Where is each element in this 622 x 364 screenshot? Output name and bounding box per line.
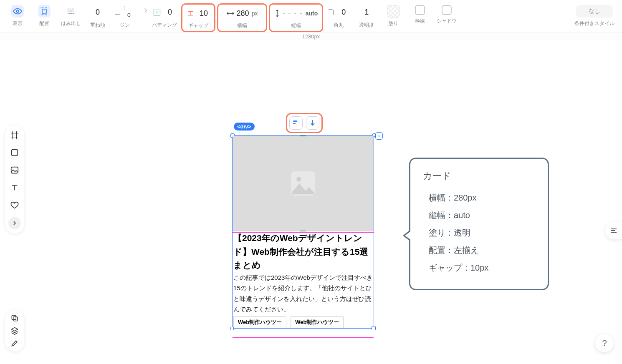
svg-rect-10 [293,120,297,122]
fill-tool[interactable]: 塗り [381,3,406,29]
card-image-placeholder [233,136,374,231]
card-tag[interactable]: Web制作ハウツー [291,316,344,328]
overflow-icon [65,5,77,18]
radius-tool[interactable]: 0 角丸 [325,3,352,30]
card-description: この記事では2023年のWebデザインで注目すべき15のトレンドを紹介します。「… [233,272,374,315]
menu-icon [610,228,617,233]
conditional-label: 条件付きスタイル [574,20,614,27]
svg-rect-5 [156,11,159,14]
zindex-label: 重ね順 [90,22,105,29]
gap-label: ギャップ [188,22,208,29]
chevron-right-icon[interactable] [144,3,148,18]
border-checkbox [415,5,425,15]
image-placeholder-icon [288,169,318,198]
radius-icon [327,8,335,16]
conditional-style-tool[interactable]: なし 条件付きスタイル [572,3,617,29]
align-label: 配置 [39,20,49,27]
width-tool-highlighted[interactable]: 280 px 横幅 [217,3,267,32]
card-tag[interactable]: Web制作ハウツー [233,316,286,328]
align-top-left-button[interactable] [289,116,303,130]
shadow-label: シャドウ [437,18,457,25]
gap-tool-highlighted[interactable]: 10 ギャップ [181,3,215,32]
annotation-tooltip: カード 横幅：280px 縦幅：auto 塗り：透明 配置：左揃え ギャップ：1… [409,158,549,290]
annotation-line: 配置：左揃え [423,241,535,259]
height-tool-highlighted[interactable]: - - - - auto 縦幅 [269,3,323,32]
direction-down-button[interactable] [306,116,319,130]
conditional-style-button[interactable]: なし [576,5,613,18]
shadow-checkbox [442,5,452,15]
padding-label: パディング [152,22,177,29]
padding-icon [153,8,161,16]
width-icon [227,10,234,16]
ruler-width-label: 1280px [302,33,320,40]
gap-icon [187,10,195,17]
align-tool[interactable]: 配置 [32,3,57,29]
fill-label: 塗り [388,20,398,27]
card-title: 【2023年のWebデザイントレンド】Web制作会社が注目する15選まとめ [233,231,374,272]
padding-tool[interactable]: 0 パディング [149,3,180,30]
align-icon [38,5,51,18]
overflow-tool[interactable]: はみ出し [58,3,83,29]
display-tool[interactable]: 表示 [5,3,30,29]
right-panel-toggle[interactable] [605,222,622,239]
annotation-line: 横幅：280px [423,189,535,206]
svg-point-16 [296,177,301,182]
annotation-title: カード [423,170,535,182]
eye-icon [11,5,24,18]
alignment-bubble-highlighted [286,113,323,133]
fill-icon [387,5,399,18]
top-toolbar: 表示 配置 はみ出し 0 重ね順 ) ー 0 ジン 0 パディ [0,0,622,33]
annotation-line: 縦幅：auto [423,206,535,224]
ruler: 1280px [0,33,622,40]
border-label: 枠線 [415,18,425,25]
annotation-line: 塗り：透明 [423,224,535,241]
opacity-tool[interactable]: 1 透明度 [354,3,379,30]
shadow-tool[interactable]: シャドウ [434,3,459,26]
svg-rect-1 [42,9,46,13]
card-tag-row: Web制作ハウツー Web制作ハウツー [233,315,374,328]
margin-tool[interactable]: ) ー 0 ジン [112,3,138,30]
selected-card-element[interactable]: › 【2023年のWebデザイントレンド】Web制作会社が注目する15選まとめ … [232,135,374,329]
border-tool[interactable]: 枠線 [407,3,432,26]
zindex-tool[interactable]: 0 重ね順 [85,3,110,30]
svg-point-0 [16,10,19,13]
height-icon [274,10,280,17]
svg-rect-3 [69,10,72,13]
svg-rect-11 [293,123,296,124]
canvas[interactable]: <div> › 【2023年のWebデザイントレンド】Web制作会社が注目する1… [0,40,622,364]
height-label: 縦幅 [291,22,301,29]
width-label: 横幅 [237,22,247,29]
radius-label: 角丸 [334,22,344,29]
margin-label: ジン [120,22,130,29]
display-label: 表示 [13,20,23,27]
annotation-line: ギャップ：10px [423,259,535,276]
element-tag-label[interactable]: <div> [234,123,255,131]
opacity-label: 透明度 [359,22,374,29]
overflow-label: はみ出し [61,20,81,27]
selection-next-icon[interactable]: › [375,132,383,140]
help-button[interactable]: ? [595,334,614,352]
